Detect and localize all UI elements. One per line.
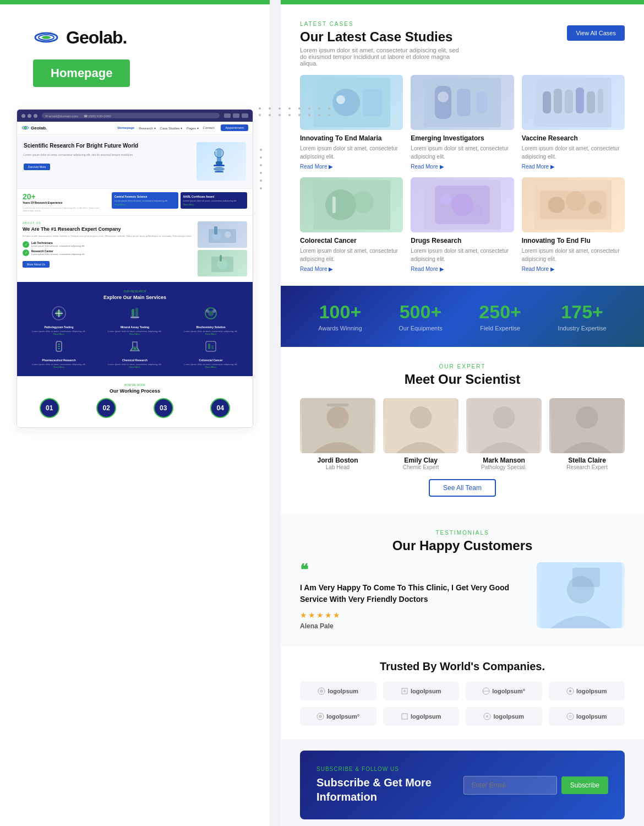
- svg-point-47: [438, 91, 449, 102]
- top-bar-accent: [0, 0, 270, 4]
- case-6-desc: Lorem ipsum dolor sit amet, consectetur …: [522, 247, 625, 263]
- mini-about-item-2: ✓ Research Center Lorem ipsum dolor sit …: [23, 249, 193, 256]
- mini-svc-6-link[interactable]: Read More: [174, 366, 247, 368]
- mini-svc-1-link[interactable]: Read More: [23, 333, 95, 335]
- mini-service-pharma: Pharmaceutical Research Lorem ipsum dolo…: [23, 339, 95, 368]
- svg-point-75: [493, 406, 515, 428]
- logo-icon-1: [318, 687, 325, 695]
- mini-service-colorectal: Colorectal Cancer Lorem ipsum dolor sit …: [174, 339, 247, 368]
- svg-rect-11: [215, 171, 223, 172]
- brand-name: Geolab.: [66, 28, 127, 48]
- see-all-team-btn[interactable]: See All Team: [429, 479, 496, 497]
- subscribe-btn[interactable]: Subscribe: [561, 776, 608, 794]
- mini-card-1-link[interactable]: Read More: [114, 203, 176, 206]
- mini-card-2-link[interactable]: Read More: [183, 203, 244, 206]
- mini-svc-1-desc: Lorem ipsum dolor sit amet, consectetur …: [23, 330, 95, 333]
- svg-rect-50: [554, 89, 562, 113]
- mini-discover-btn[interactable]: Discover More: [24, 164, 50, 170]
- case-1-desc: Lorem ipsum dolor sit amet, consectetur …: [300, 144, 403, 161]
- trusted-title: Trusted By World's Companies.: [300, 660, 625, 673]
- svg-rect-34: [58, 348, 60, 349]
- svg-rect-6: [216, 161, 222, 165]
- mini-appointment-btn[interactable]: Appointment: [221, 124, 248, 131]
- case-3-desc: Lorem ipsum dolor sit amet, consectetur …: [522, 144, 625, 161]
- svg-point-17: [217, 259, 228, 270]
- svg-rect-23: [132, 309, 134, 317]
- case-img-2: [411, 75, 514, 130]
- case-6-link[interactable]: Read More ▶: [522, 266, 625, 272]
- svg-point-63: [470, 204, 483, 217]
- scientist-emily: Emily Clay Chemic Expert: [383, 398, 459, 470]
- logo-7: logolpsum: [466, 707, 542, 726]
- mini-about-desc: Est ante in nibh mauris cursus mattis mo…: [23, 235, 193, 238]
- mini-about-research-desc: Lorem ipsum dolor sit amet, consectetur …: [31, 253, 85, 256]
- quote-icon: ❝: [300, 562, 526, 578]
- scientist-stella: Stella Claire Research Expert: [549, 398, 625, 470]
- stat-field-label: Field Expertise: [479, 325, 521, 332]
- logo-icon-5: [316, 713, 324, 720]
- mini-svc-5-link[interactable]: Read More: [99, 366, 171, 368]
- mini-svc-3-link[interactable]: Read More: [174, 333, 247, 335]
- svg-rect-54: [598, 89, 603, 113]
- mini-about-img-1: [198, 221, 247, 248]
- browser-preview: ✉ email@domain.com ☎ (000) 000-0000 Geol…: [17, 109, 253, 428]
- subscribe-input[interactable]: [463, 776, 557, 795]
- mini-svc-2-link[interactable]: Read More: [99, 333, 171, 335]
- svg-rect-15: [214, 226, 217, 235]
- scientist-4-role: Research Expert: [549, 464, 625, 470]
- case-card-3: Vaccine Research Lorem ipsum dolor sit a…: [522, 75, 625, 170]
- svg-rect-37: [208, 344, 210, 349]
- mini-about-section: ABOUT US We Are The #1 Research Expert C…: [17, 215, 253, 282]
- browser-dot-2: [28, 114, 31, 118]
- mini-process-title: Our Working Process: [23, 388, 247, 394]
- mini-svc-4-link[interactable]: Read More: [23, 366, 95, 368]
- svg-rect-36: [206, 341, 216, 351]
- mini-step-4: 04: [194, 398, 248, 421]
- svg-rect-93: [486, 715, 488, 718]
- case-1-link[interactable]: Read More ▶: [300, 164, 403, 170]
- svg-point-57: [352, 191, 374, 213]
- svg-point-70: [327, 406, 349, 428]
- logo-area: Geolab.: [0, 4, 270, 59]
- case-2-title: Emerging Investigators: [411, 134, 514, 142]
- mini-nav-cases: Case Studies ▾: [160, 126, 182, 130]
- mini-about-img-2: [198, 250, 247, 276]
- logo-icon-7: [483, 713, 491, 720]
- dot: [328, 114, 330, 116]
- svg-rect-80: [572, 568, 600, 587]
- case-card-2: Emerging Investigators Lorem ipsum dolor…: [411, 75, 514, 170]
- vdot: [260, 164, 262, 166]
- logo-5-text: logolpsum°: [326, 713, 359, 720]
- logo-4-text: logolpsum: [576, 688, 607, 694]
- stat-awards-num: 100+: [318, 301, 362, 323]
- logo-2-text: logolpsum: [411, 688, 441, 694]
- mini-about-btn[interactable]: More About Us: [23, 261, 50, 268]
- scientist-2-role: Chemic Expert: [383, 464, 459, 470]
- homepage-badge[interactable]: Homepage: [33, 59, 130, 87]
- case-3-link[interactable]: Read More ▶: [522, 164, 625, 170]
- case-card-4: Colorectal Cancer Lorem ipsum dolor sit …: [300, 177, 403, 272]
- dot: [308, 114, 310, 116]
- scientist-img-1: [300, 398, 375, 453]
- svg-point-67: [566, 191, 586, 211]
- svg-rect-52: [576, 88, 584, 113]
- svg-rect-91: [402, 714, 407, 719]
- mini-hero-section: Scientific Research For Bright Future Wo…: [17, 134, 253, 188]
- mini-services-label: OUR RESEARCH: [23, 290, 247, 293]
- testimonials-label: TESTIMONIALS: [300, 530, 625, 536]
- testimonials-section: TESTIMONIALS Our Happy Customers ❝ I Am …: [281, 513, 644, 646]
- mini-years-desc: Lorem ipsum dolor sit amet, consectetur …: [23, 206, 107, 212]
- logo-icon-4: [566, 687, 574, 695]
- mini-nav-research: Research ▾: [139, 126, 155, 130]
- mini-service-chemical: Chemical Research Lorem ipsum dolor sit …: [99, 339, 171, 368]
- case-5-link[interactable]: Read More ▶: [411, 266, 514, 272]
- mini-service-pathology: Pathologycam Testing Lorem ipsum dolor s…: [23, 306, 95, 335]
- scientist-3-name: Mark Manson: [466, 457, 542, 464]
- case-card-6: Innovating To End Flu Lorem ipsum dolor …: [522, 177, 625, 272]
- svg-point-7: [214, 167, 225, 171]
- case-4-link[interactable]: Read More ▶: [300, 266, 403, 272]
- social-icon-3: [242, 113, 248, 118]
- case-2-link[interactable]: Read More ▶: [411, 164, 514, 170]
- testimonial-stars: ★★★★★: [300, 611, 526, 620]
- view-all-cases-btn[interactable]: View All Cases: [567, 25, 625, 41]
